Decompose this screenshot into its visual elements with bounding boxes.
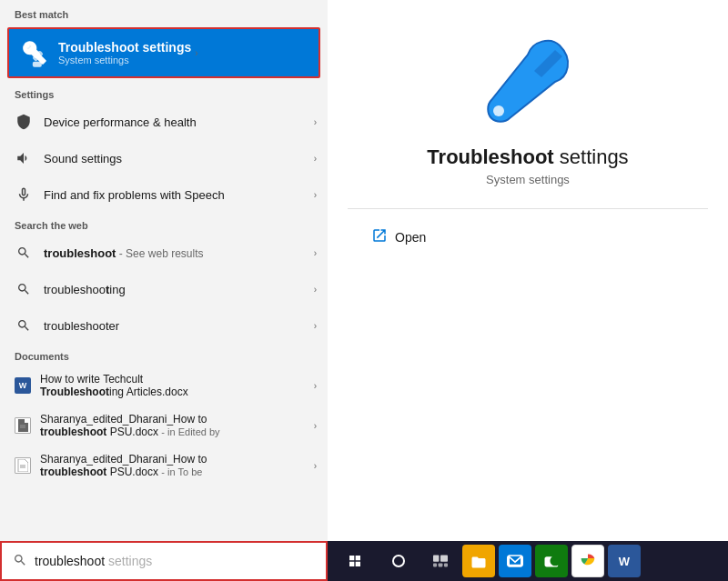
speech-chevron: ›: [314, 190, 317, 200]
list-item-doc-3[interactable]: Sharanya_edited_Dharani_How to troublesh…: [0, 446, 328, 486]
list-item-doc-2[interactable]: Sharanya_edited_Dharani_How to troublesh…: [0, 406, 328, 446]
documents-section-header: Documents: [0, 344, 328, 366]
doc-2-text: Sharanya_edited_Dharani_How to troublesh…: [40, 413, 310, 438]
doc-1-text: How to write Techcult Troubleshooting Ar…: [40, 373, 310, 398]
list-item-doc-1[interactable]: W How to write Techcult Troubleshooting …: [0, 366, 328, 406]
open-icon: [371, 227, 388, 247]
doc-2-chevron: ›: [314, 421, 317, 431]
list-item-device-performance[interactable]: Device performance & health ›: [0, 104, 328, 140]
search-bar-text: troubleshoot settings: [35, 554, 152, 568]
best-match-text: Troubleshoot settings System settings: [58, 40, 191, 65]
web-troubleshooter-label: troubleshooter: [44, 319, 310, 333]
svg-rect-10: [440, 556, 448, 562]
taskbar-explorer-button[interactable]: [462, 545, 495, 577]
svg-rect-12: [439, 563, 443, 566]
list-item-speech[interactable]: Find and fix problems with Speech ›: [0, 176, 328, 213]
search-icon-2: [15, 280, 33, 298]
list-item-web-troubleshooter[interactable]: troubleshooter ›: [0, 307, 328, 344]
settings-section-header: Settings: [0, 82, 328, 104]
speech-label: Find and fix problems with Speech: [44, 188, 310, 202]
best-match-header: Best match: [0, 0, 328, 24]
web-troubleshooting-label: troubleshooting: [44, 283, 310, 296]
right-panel: Troubleshoot settings System settings Op…: [328, 0, 728, 541]
list-item-sound-settings[interactable]: Sound settings ›: [0, 140, 328, 176]
web-section-header: Search the web: [0, 213, 328, 235]
device-performance-chevron: ›: [314, 117, 317, 127]
sound-settings-label: Sound settings: [44, 152, 310, 165]
taskbar-chrome-button[interactable]: [571, 545, 604, 577]
doc-3-text: Sharanya_edited_Dharani_How to troublesh…: [40, 453, 310, 478]
svg-point-8: [493, 105, 504, 116]
sound-settings-chevron: ›: [314, 154, 317, 164]
doc-icon-3: [15, 457, 31, 474]
taskbar-mail-button[interactable]: [499, 545, 531, 577]
device-performance-label: Device performance & health: [44, 115, 310, 129]
shield-icon: [15, 113, 33, 131]
word-label: W: [619, 555, 630, 568]
web-troubleshoot-chevron: ›: [314, 248, 317, 258]
list-item-web-troubleshoot[interactable]: troubleshoot - See web results ›: [0, 235, 328, 271]
open-button-label: Open: [395, 230, 426, 245]
web-troubleshooting-chevron: ›: [314, 285, 317, 295]
svg-rect-13: [444, 563, 448, 566]
taskbar-search-button[interactable]: [379, 545, 419, 577]
best-match-item[interactable]: Troubleshoot settings System settings ›: [7, 27, 320, 78]
taskbar-edge-button[interactable]: [535, 545, 568, 577]
web-troubleshoot-label: troubleshoot - See web results: [44, 246, 310, 260]
right-panel-wrench-icon: [473, 36, 582, 127]
best-match-title: Troubleshoot settings: [58, 40, 191, 55]
troubleshoot-icon: [20, 38, 49, 67]
svg-rect-9: [433, 556, 439, 562]
start-button[interactable]: [335, 545, 375, 577]
list-item-web-troubleshooting[interactable]: troubleshooting ›: [0, 271, 328, 307]
svg-rect-11: [433, 563, 437, 566]
doc-3-chevron: ›: [314, 461, 317, 471]
right-panel-title: Troubleshoot settings: [427, 145, 628, 169]
search-panel: Best match Troubleshoot settings Sys: [0, 0, 328, 581]
microphone-icon: [15, 185, 33, 204]
word-icon-1: W: [15, 377, 31, 394]
open-button[interactable]: Open: [364, 224, 433, 251]
right-panel-subtitle: System settings: [486, 173, 570, 186]
speaker-icon: [15, 149, 33, 167]
doc-icon-2: [15, 417, 31, 434]
taskbar-taskview-button[interactable]: [422, 545, 459, 577]
best-match-chevron: ›: [195, 48, 197, 58]
search-bar[interactable]: troubleshoot settings: [0, 541, 328, 581]
search-icon-3: [15, 316, 33, 335]
doc-1-chevron: ›: [314, 381, 317, 391]
search-bar-icon: [13, 553, 27, 570]
taskbar-word-button[interactable]: W: [608, 545, 641, 577]
search-icon-1: [15, 244, 33, 262]
taskbar: W: [328, 541, 728, 581]
best-match-subtitle: System settings: [58, 55, 191, 65]
web-troubleshooter-chevron: ›: [314, 321, 317, 331]
right-panel-divider: [348, 208, 708, 209]
